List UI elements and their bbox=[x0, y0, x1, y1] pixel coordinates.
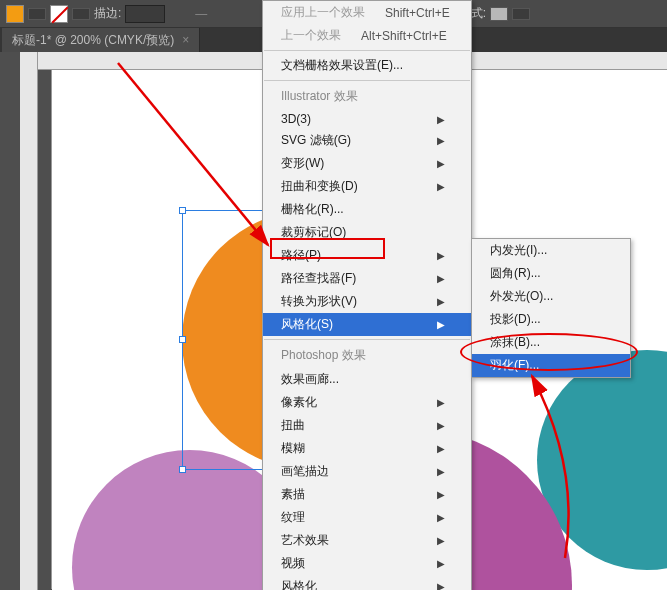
submenu-arrow-icon: ▶ bbox=[437, 135, 445, 146]
menu-blur[interactable]: 模糊▶ bbox=[263, 437, 471, 460]
submenu-arrow-icon: ▶ bbox=[437, 273, 445, 284]
stroke-dropdown[interactable] bbox=[72, 8, 90, 20]
menu-sketch[interactable]: 素描▶ bbox=[263, 483, 471, 506]
stroke-swatch[interactable] bbox=[50, 5, 68, 23]
submenu-arrow-icon: ▶ bbox=[437, 466, 445, 477]
menu-separator bbox=[264, 339, 470, 340]
stylize-submenu: 内发光(I)... 圆角(R)... 外发光(O)... 投影(D)... 涂抹… bbox=[471, 238, 631, 378]
submenu-arrow-icon: ▶ bbox=[437, 397, 445, 408]
close-tab-icon[interactable]: × bbox=[182, 33, 189, 47]
resize-handle[interactable] bbox=[179, 207, 186, 214]
menu-artistic[interactable]: 艺术效果▶ bbox=[263, 529, 471, 552]
submenu-arrow-icon: ▶ bbox=[437, 296, 445, 307]
menu-video[interactable]: 视频▶ bbox=[263, 552, 471, 575]
menu-pixelate[interactable]: 像素化▶ bbox=[263, 391, 471, 414]
menu-warp[interactable]: 变形(W)▶ bbox=[263, 152, 471, 175]
submenu-arrow-icon: ▶ bbox=[437, 319, 445, 330]
submenu-arrow-icon: ▶ bbox=[437, 512, 445, 523]
submenu-drop-shadow[interactable]: 投影(D)... bbox=[472, 308, 630, 331]
menu-3d[interactable]: 3D(3)▶ bbox=[263, 109, 471, 129]
submenu-arrow-icon: ▶ bbox=[437, 181, 445, 192]
submenu-round-corners[interactable]: 圆角(R)... bbox=[472, 262, 630, 285]
menu-distort-transform[interactable]: 扭曲和变换(D)▶ bbox=[263, 175, 471, 198]
submenu-scribble[interactable]: 涂抹(B)... bbox=[472, 331, 630, 354]
menu-stylize-ai[interactable]: 风格化(S)▶ bbox=[263, 313, 471, 336]
menu-apply-last-effect[interactable]: 应用上一个效果 Shift+Ctrl+E bbox=[263, 1, 471, 24]
menu-effect-gallery[interactable]: 效果画廊... bbox=[263, 368, 471, 391]
menu-header-photoshop: Photoshop 效果 bbox=[263, 343, 471, 368]
menu-svg-filters[interactable]: SVG 滤镜(G)▶ bbox=[263, 129, 471, 152]
submenu-arrow-icon: ▶ bbox=[437, 158, 445, 169]
resize-handle[interactable] bbox=[179, 466, 186, 473]
menu-distort-ps[interactable]: 扭曲▶ bbox=[263, 414, 471, 437]
submenu-arrow-icon: ▶ bbox=[437, 489, 445, 500]
effect-menu: 应用上一个效果 Shift+Ctrl+E 上一个效果 Alt+Shift+Ctr… bbox=[262, 0, 472, 590]
submenu-feather[interactable]: 羽化(F)... bbox=[472, 354, 630, 377]
graphic-style-swatch[interactable] bbox=[490, 7, 508, 21]
menu-pathfinder[interactable]: 路径查找器(F)▶ bbox=[263, 267, 471, 290]
style-dropdown[interactable] bbox=[512, 8, 530, 20]
fill-swatch[interactable] bbox=[6, 5, 24, 23]
menu-separator bbox=[264, 80, 470, 81]
ruler-vertical[interactable] bbox=[20, 52, 38, 590]
submenu-arrow-icon: ▶ bbox=[437, 114, 445, 125]
document-tab-title: 标题-1* @ 200% (CMYK/预览) bbox=[12, 32, 174, 49]
menu-crop-marks[interactable]: 裁剪标记(O) bbox=[263, 221, 471, 244]
menu-header-illustrator: Illustrator 效果 bbox=[263, 84, 471, 109]
submenu-arrow-icon: ▶ bbox=[437, 581, 445, 590]
document-tab[interactable]: 标题-1* @ 200% (CMYK/预览) × bbox=[2, 28, 200, 53]
fill-dropdown[interactable] bbox=[28, 8, 46, 20]
stroke-label: 描边: bbox=[94, 5, 121, 22]
menu-brush-strokes[interactable]: 画笔描边▶ bbox=[263, 460, 471, 483]
submenu-arrow-icon: ▶ bbox=[437, 420, 445, 431]
menu-texture[interactable]: 纹理▶ bbox=[263, 506, 471, 529]
menu-separator bbox=[264, 50, 470, 51]
menu-raster-settings[interactable]: 文档栅格效果设置(E)... bbox=[263, 54, 471, 77]
submenu-arrow-icon: ▶ bbox=[437, 443, 445, 454]
menu-rasterize[interactable]: 栅格化(R)... bbox=[263, 198, 471, 221]
menu-path[interactable]: 路径(P)▶ bbox=[263, 244, 471, 267]
submenu-arrow-icon: ▶ bbox=[437, 535, 445, 546]
stroke-weight-input[interactable] bbox=[125, 5, 165, 23]
submenu-arrow-icon: ▶ bbox=[437, 558, 445, 569]
submenu-outer-glow[interactable]: 外发光(O)... bbox=[472, 285, 630, 308]
menu-last-effect[interactable]: 上一个效果 Alt+Shift+Ctrl+E bbox=[263, 24, 471, 47]
resize-handle[interactable] bbox=[179, 336, 186, 343]
submenu-inner-glow[interactable]: 内发光(I)... bbox=[472, 239, 630, 262]
menu-convert-to-shape[interactable]: 转换为形状(V)▶ bbox=[263, 290, 471, 313]
submenu-arrow-icon: ▶ bbox=[437, 250, 445, 261]
menu-stylize-ps[interactable]: 风格化▶ bbox=[263, 575, 471, 590]
